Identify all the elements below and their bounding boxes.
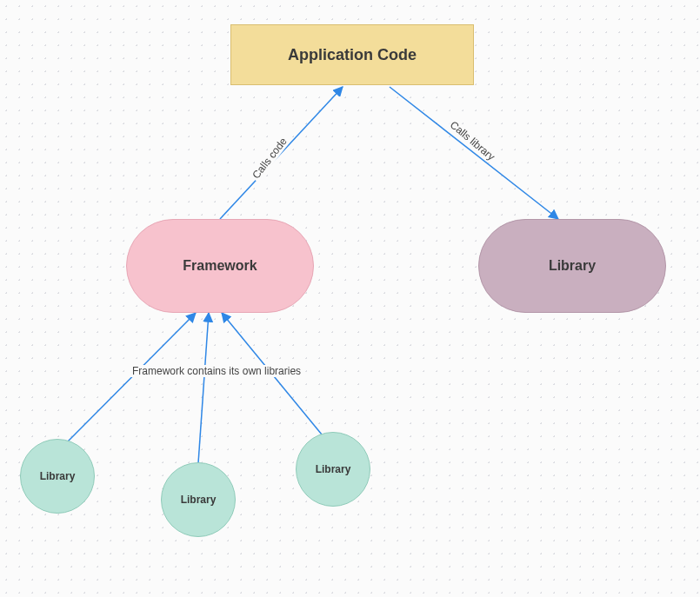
node-label: Library [181,494,217,506]
edge-app-to-library [390,87,558,219]
node-label: Framework [183,258,257,274]
edge-framework-to-lib1 [68,313,196,441]
node-library-small-1[interactable]: Library [20,439,95,514]
edge-label-framework-contains: Framework contains its own libraries [130,365,303,377]
node-application-code[interactable]: Application Code [230,24,474,85]
node-label: Library [549,258,596,274]
edge-label-calls-code: Calls code [249,134,290,182]
node-label: Library [40,470,76,482]
edge-label-calls-library: Calls library [446,117,498,164]
diagram-canvas: Application Code Framework Library Libra… [0,0,700,597]
node-library-small-3[interactable]: Library [296,432,370,507]
node-library-small-2[interactable]: Library [161,462,236,537]
node-label: Library [316,463,351,475]
node-library[interactable]: Library [478,219,666,313]
node-framework[interactable]: Framework [126,219,314,313]
edge-framework-to-lib2 [198,313,209,463]
node-label: Application Code [288,46,417,64]
